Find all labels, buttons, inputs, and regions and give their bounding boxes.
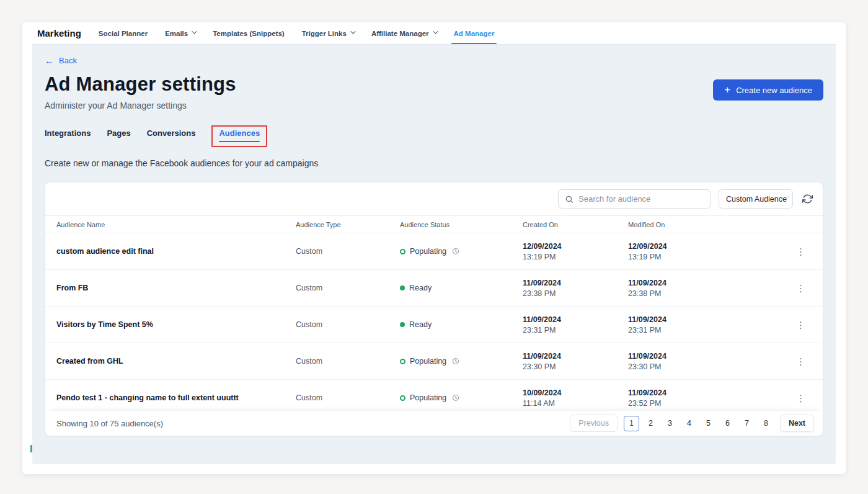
nav-item-ad-manager[interactable]: Ad Manager [454,22,495,44]
nav-item-emails[interactable]: Emails [165,22,195,44]
table-footer: Showing 10 of 75 audience(s) Previous 12… [45,411,823,436]
page-title: Ad Manager settings [45,73,236,96]
pagination: Previous 12345678 Next [570,415,814,432]
page-button-7[interactable]: 7 [739,416,755,431]
status-label: Populating [410,357,446,366]
audience-type: Custom [285,320,389,329]
tab-label: Pages [107,128,130,138]
clock-icon [452,357,459,365]
page-button-2[interactable]: 2 [643,416,658,431]
search-input[interactable] [578,194,704,204]
column-header-modified-on: Modified On [617,216,748,233]
column-header-audience-status: Audience Status [389,216,512,233]
search-icon [565,195,574,204]
nav-item-social-planner[interactable]: Social Planner [99,22,148,44]
refresh-icon [802,194,813,204]
back-link[interactable]: ← Back [45,56,77,65]
settings-tabs: IntegrationsPagesConversionsAudiences [45,125,823,147]
modified-on-cell: 12/09/202413:19 PM [617,242,748,261]
kebab-menu-icon[interactable]: ⋮ [796,320,805,330]
nav-item-label: Templates (Snippets) [213,30,284,37]
table-row[interactable]: custom audience edit final Custom Popula… [45,233,823,270]
next-page-button[interactable]: Next [780,415,814,432]
column-header-created-on: Created On [512,216,617,233]
tab-conversions[interactable]: Conversions [147,125,196,138]
created-on-cell: 10/09/202411:14 AM [512,388,617,408]
created-on-cell: 11/09/202423:38 PM [512,279,617,298]
audience-type: Custom [285,284,389,292]
table-header-row: Audience NameAudience TypeAudience Statu… [45,215,823,233]
brand-title: Marketing [37,28,81,38]
chevron-down-icon [433,29,438,34]
audience-status: Ready [389,320,512,329]
audience-name: From FB [45,284,285,292]
table-toolbar: Custom Audience [45,182,823,215]
tab-audiences[interactable]: Audiences [211,125,267,147]
kebab-menu-icon[interactable]: ⋮ [796,284,805,293]
back-arrow-icon: ← [45,56,54,65]
nav-item-label: Affiliate Manager [371,30,429,37]
audience-type: Custom [285,393,389,402]
nav-item-label: Social Planner [99,30,148,37]
status-dot-icon [400,249,405,254]
status-label: Ready [409,320,432,329]
status-label: Populating [410,393,446,402]
top-navigation: Marketing Social PlannerEmailsTemplates … [22,22,846,44]
previous-page-button[interactable]: Previous [570,415,618,432]
nav-item-affiliate-manager[interactable]: Affiliate Manager [371,22,436,44]
tab-integrations[interactable]: Integrations [45,125,91,138]
tab-label: Conversions [147,128,196,138]
column-header-audience-name: Audience Name [45,216,285,233]
page-button-1[interactable]: 1 [624,416,639,431]
status-dot-icon [400,359,405,364]
audiences-table-card: Custom Audience Audience NameAudience Ty… [45,182,823,436]
table-body: custom audience edit final Custom Popula… [45,233,823,436]
kebab-menu-icon[interactable]: ⋮ [796,247,805,256]
audience-name: custom audience edit final [45,247,285,256]
modified-on-cell: 11/09/202423:31 PM [617,315,748,335]
page-button-6[interactable]: 6 [720,416,735,431]
table-row[interactable]: Visitors by Time Spent 5% Custom Ready 1… [45,307,823,343]
nav-item-templates-snippets-[interactable]: Templates (Snippets) [213,22,284,44]
search-box[interactable] [558,189,711,209]
page-button-5[interactable]: 5 [701,416,716,431]
clock-icon [452,394,459,402]
create-new-audience-button[interactable]: + Create new audience [713,79,823,101]
active-tab-underline [219,141,260,142]
modified-on-cell: 11/09/202423:38 PM [617,279,748,298]
table-row[interactable]: Created from GHL Custom Populating 11/09… [45,343,823,380]
results-summary: Showing 10 of 75 audience(s) [56,419,163,428]
chevron-down-icon [192,29,197,34]
audience-name: Created from GHL [45,357,285,366]
audience-name: Visitors by Time Spent 5% [45,320,285,329]
kebab-menu-icon[interactable]: ⋮ [796,357,805,366]
nav-item-trigger-links[interactable]: Trigger Links [302,22,354,44]
chevron-down-icon [350,29,355,34]
clock-icon [452,248,459,255]
page-button-4[interactable]: 4 [681,416,697,431]
audience-status: Ready [389,284,512,292]
audience-type-filter[interactable]: Custom Audience [719,189,793,209]
audience-status: Populating [389,357,512,366]
status-dot-icon [400,322,405,327]
section-description: Create new or manage the Facebook audien… [45,158,823,168]
created-on-cell: 11/09/202423:31 PM [512,315,617,335]
refresh-button[interactable] [801,192,814,205]
kebab-menu-icon[interactable]: ⋮ [796,393,805,403]
modified-on-cell: 11/09/202423:30 PM [617,352,748,371]
audience-type: Custom [285,247,389,256]
audience-name: Pendo test 1 - changing name to full ext… [45,393,285,402]
tab-label: Audiences [219,128,260,138]
plus-icon: + [724,84,730,95]
tab-pages[interactable]: Pages [107,125,130,138]
created-on-cell: 12/09/202413:19 PM [512,242,617,261]
page-button-8[interactable]: 8 [758,416,774,431]
page-subtitle: Administer your Ad Manager settings [45,101,236,110]
edge-marker [30,445,32,452]
table-row[interactable]: From FB Custom Ready 11/09/202423:38 PM … [45,270,823,307]
status-label: Ready [409,284,432,292]
audience-status: Populating [389,393,512,402]
status-label: Populating [410,247,446,256]
back-label: Back [59,56,77,65]
page-button-3[interactable]: 3 [662,416,678,431]
